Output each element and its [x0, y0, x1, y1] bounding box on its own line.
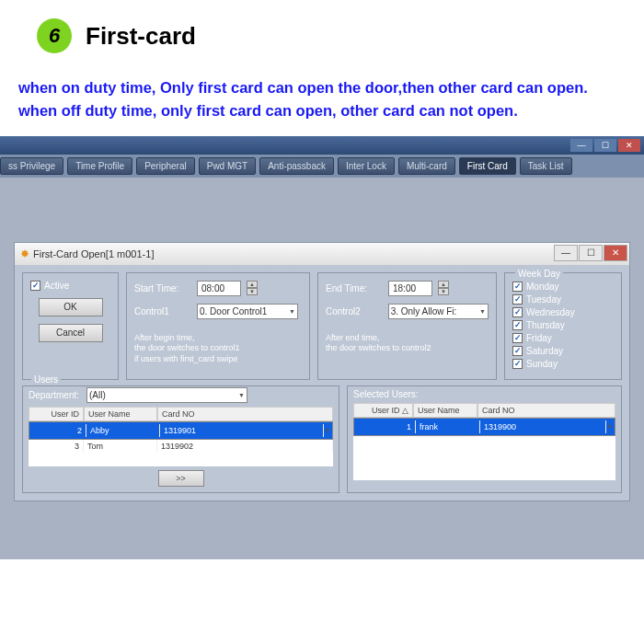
page-title: First-card: [86, 22, 196, 51]
weekday-saturday[interactable]: ✓Saturday: [512, 346, 614, 356]
dialog-close-button[interactable]: ✕: [604, 245, 627, 261]
users-table[interactable]: User ID User Name Card NO 2Abby13199013T…: [29, 407, 333, 466]
step-number-badge: 6: [37, 18, 72, 53]
description-text: when on duty time, Only first card can o…: [18, 76, 626, 122]
control1-select[interactable]: 0. Door Control1: [197, 304, 298, 319]
checkbox-icon: ✓: [512, 359, 523, 369]
ok-button[interactable]: OK: [39, 298, 103, 316]
checkbox-icon: ✓: [512, 294, 523, 305]
control2-select[interactable]: 3. Only Allow Fi:: [388, 304, 489, 319]
dialog-title: First-Card Open[1 m001-1]: [33, 248, 154, 259]
dialog-titlebar: ✸ First-Card Open[1 m001-1] — ☐ ✕: [15, 243, 629, 265]
checkbox-icon: ✓: [512, 346, 523, 356]
note1-text: After begin time,the door switches to co…: [134, 333, 302, 365]
dialog-minimize-button[interactable]: —: [554, 245, 578, 261]
col-cardno[interactable]: Card NO: [157, 407, 333, 421]
weekday-fieldset-title: Week Day: [515, 269, 563, 279]
users-fieldset-title: Users: [31, 374, 61, 385]
tab-peripheral[interactable]: Peripheral: [136, 157, 195, 175]
tab-ss-privilege[interactable]: ss Privilege: [0, 157, 63, 175]
dialog-maximize-button[interactable]: ☐: [579, 245, 603, 261]
col-username[interactable]: User Name: [84, 407, 157, 421]
active-label: Active: [44, 281, 69, 291]
department-label: Department:: [29, 390, 79, 400]
start-time-input[interactable]: 08:00: [197, 281, 241, 296]
cancel-button[interactable]: Cancel: [39, 324, 103, 342]
end-time-label: End Time:: [326, 283, 383, 293]
table-row[interactable]: 1frank1319900: [353, 418, 615, 436]
start-time-label: Start Time:: [134, 283, 191, 293]
selected-users-table[interactable]: User ID △ User Name Card NO 1frank131990…: [353, 403, 615, 480]
scol-username[interactable]: User Name: [413, 403, 477, 418]
tab-inter-lock[interactable]: Inter Lock: [338, 157, 395, 175]
maximize-button[interactable]: ☐: [594, 139, 616, 152]
checkbox-icon: ✓: [512, 307, 523, 317]
dialog-icon: ✸: [20, 247, 29, 260]
end-time-spinner[interactable]: ▲▼: [438, 281, 449, 295]
scol-cardno[interactable]: Card NO: [477, 403, 615, 418]
table-row[interactable]: 3Tom1319902: [29, 440, 333, 453]
weekday-sunday[interactable]: ✓Sunday: [512, 359, 614, 369]
minimize-button[interactable]: —: [570, 139, 592, 152]
weekday-monday[interactable]: ✓Monday: [512, 282, 614, 292]
control1-label: Control1: [134, 306, 191, 316]
col-userid[interactable]: User ID: [29, 407, 84, 421]
tab-first-card[interactable]: First Card: [459, 157, 516, 175]
note2-text: After end time,the door switches to cont…: [326, 333, 489, 354]
tab-task-list[interactable]: Task List: [520, 157, 572, 175]
table-row[interactable]: 2Abby1319901: [29, 421, 333, 440]
control2-label: Control2: [326, 306, 383, 316]
scol-userid[interactable]: User ID △: [353, 403, 413, 418]
active-checkbox[interactable]: ✓ Active: [30, 281, 110, 291]
checkbox-icon: ✓: [512, 320, 523, 330]
tab-bar: ss PrivilegeTime ProfilePeripheralPwd MG…: [0, 155, 644, 178]
weekday-tuesday[interactable]: ✓Tuesday: [512, 294, 614, 305]
end-time-input[interactable]: 18:00: [388, 281, 432, 296]
tab-multi-card[interactable]: Multi-card: [398, 157, 455, 175]
close-button[interactable]: ✕: [618, 139, 640, 152]
checkbox-icon: ✓: [512, 282, 523, 292]
department-select[interactable]: (All): [86, 387, 247, 403]
tab-pwd-mgt[interactable]: Pwd MGT: [199, 157, 256, 175]
checkbox-icon: ✓: [30, 281, 40, 291]
app-titlebar: — ☐ ✕: [0, 136, 644, 155]
first-card-dialog: ✸ First-Card Open[1 m001-1] — ☐ ✕ ✓ Acti…: [14, 242, 630, 501]
tab-anti-passback[interactable]: Anti-passback: [259, 157, 334, 175]
selected-users-label: Selected Users:: [353, 386, 615, 399]
checkbox-icon: ✓: [512, 333, 523, 343]
start-time-spinner[interactable]: ▲▼: [247, 281, 258, 295]
move-right-button[interactable]: >>: [158, 470, 204, 487]
weekday-friday[interactable]: ✓Friday: [512, 333, 614, 343]
weekday-wednesday[interactable]: ✓Wednesday: [512, 307, 614, 317]
tab-time-profile[interactable]: Time Profile: [67, 157, 132, 175]
weekday-thursday[interactable]: ✓Thursday: [512, 320, 614, 330]
